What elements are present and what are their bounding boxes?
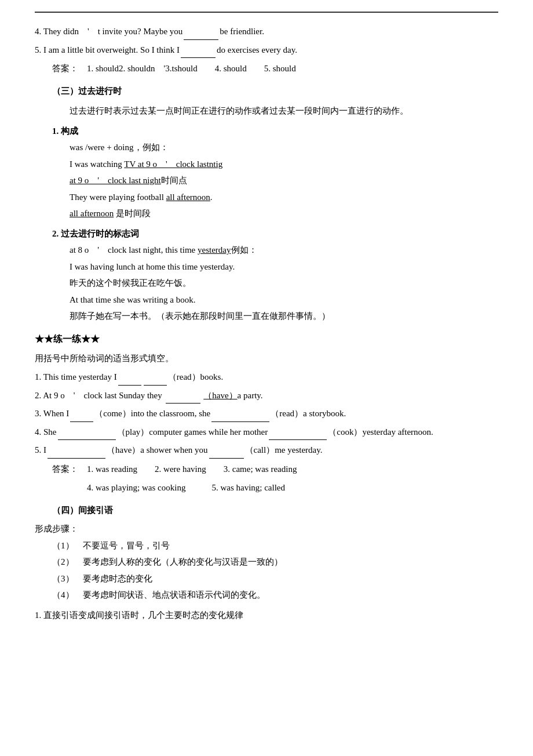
ex4-cn-wrap: 那阵子她在写一本书。（表示她在那段时间里一直在做那件事情。） (35, 308, 498, 325)
section4-sub: 形成步骤： (35, 524, 78, 533)
pq2-text: 2. At 9 o ' clock last Sunday they （have… (35, 391, 263, 400)
ex3-cn-wrap: 昨天的这个时候我正在吃午饭。 (35, 275, 498, 292)
q4-text: 4. They didn ' t invite you? Maybe yoube… (35, 27, 264, 36)
subsection2-label: 2. 过去进行时的标志词 (52, 229, 139, 238)
question-4: 4. They didn ' t invite you? Maybe yoube… (35, 23, 498, 40)
step1-text: （1） 不要逗号，冒号，引号 (52, 541, 170, 550)
section3-title-wrap: （三）过去进行时 (35, 83, 498, 100)
step3-text: （3） 要考虑时态的变化 (52, 574, 152, 583)
ex4-text: At that time she was writing a book. (70, 295, 195, 304)
section4-step2: （2） 要考虑到人称的变化（人称的变化与汉语是一致的） (35, 554, 498, 570)
section3-desc-text: 过去进行时表示过去某一点时间正在进行的动作或者过去某一段时间内一直进行的动作。 (70, 106, 408, 115)
ex4-wrap: At that time she was writing a book. (35, 292, 498, 308)
practice-q2: 2. At 9 o ' clock last Sunday they （have… (35, 387, 498, 404)
marker-words-text: at 8 o ' clock last night, this time yes… (70, 245, 257, 255)
practice-instruction: 用括号中所给动词的适当形式填空。 (35, 350, 498, 367)
main-content: 4. They didn ' t invite you? Maybe yoube… (35, 23, 498, 623)
step2-text: （2） 要考虑到人称的变化（人称的变化与汉语是一致的） (52, 557, 283, 566)
example2-note-underline: all afternoon (70, 209, 114, 218)
example2-text: They were playing football all afternoon… (70, 192, 213, 202)
practice-q1: 1. This time yesterday I（read）books. (35, 369, 498, 386)
example2-wrap: They were playing football all afternoon… (35, 189, 498, 206)
ex3-cn-text: 昨天的这个时候我正在吃午饭。 (70, 278, 191, 288)
section4-rule: 1. 直接引语变成间接引语时，几个主要时态的变化规律 (35, 610, 243, 620)
ex4-cn-text: 那阵子她在写一本书。（表示她在那段时间里一直在做那件事情。） (70, 311, 330, 321)
ex3-wrap: I was having lunch at home this time yes… (35, 259, 498, 275)
example1-text: I was watching TV at 9 o ' clock lastnti… (70, 159, 222, 169)
example2-note-wrap: all afternoon 是时间段 (35, 205, 498, 222)
example1-cont-text: at 9 o ' clock last night (70, 176, 161, 185)
section3-desc: 过去进行时表示过去某一点时间正在进行的动作或者过去某一段时间内一直进行的动作。 (35, 103, 498, 119)
section4-sub-wrap: 形成步骤： (35, 521, 498, 537)
answer-block-2-line1: 答案： 1. was reading 2. were having 3. cam… (35, 461, 498, 478)
pq5-text: 5. I（have）a shower when you（call）me yest… (35, 445, 323, 455)
practice-q4: 4. She（play）computer games while her mot… (35, 424, 498, 441)
answer-block-2-line2: 4. was playing; was cooking 5. was havin… (35, 479, 498, 496)
section4-rule-wrap: 1. 直接引语变成间接引语时，几个主要时态的变化规律 (35, 607, 498, 624)
marker-words-wrap: at 8 o ' clock last night, this time yes… (35, 242, 498, 259)
subsection2-wrap: 2. 过去进行时的标志词 (35, 226, 498, 242)
q5-blank (181, 57, 216, 58)
pq1-text: 1. This time yesterday I（read）books. (35, 372, 223, 381)
section4-title: （四）间接引语 (52, 506, 113, 515)
pq4-text: 4. She（play）computer games while her mot… (35, 427, 433, 437)
example1-cont-wrap: at 9 o ' clock last night时间点 (35, 172, 498, 189)
formula-text: was /were + doing，例如： (70, 143, 169, 152)
answer-2-line1: 答案： 1. was reading 2. were having 3. cam… (52, 464, 297, 474)
practice-q5: 5. I（have）a shower when you（call）me yest… (35, 442, 498, 459)
section4-step1: （1） 不要逗号，冒号，引号 (35, 537, 498, 554)
question-5: 5. I am a little bit overweight. So I th… (35, 42, 498, 59)
answer-1-text: 答案： 1. should2. shouldn '3.tshould 4. sh… (52, 64, 296, 73)
formula-wrap: was /were + doing，例如： (35, 139, 498, 156)
q5-text: 5. I am a little bit overweight. So I th… (35, 45, 297, 54)
subsection1-label: 1. 构成 (52, 126, 78, 136)
practice-q3: 3. When I（come）into the classroom, she（r… (35, 405, 498, 422)
pq3-text: 3. When I（come）into the classroom, she（r… (35, 409, 346, 418)
step4-text: （4） 要考虑时间状语、地点状语和语示代词的变化。 (52, 590, 265, 599)
practice-title: ★★练一练★★ (35, 330, 498, 348)
top-border (35, 12, 498, 13)
ex3-text: I was having lunch at home this time yes… (70, 262, 235, 271)
section3-title: （三）过去进行时 (52, 86, 122, 96)
example1-cont-note: 时间点 (161, 176, 187, 185)
example1-wrap: I was watching TV at 9 o ' clock lastnti… (35, 156, 498, 173)
answer-2-line2: 4. was playing; was cooking 5. was havin… (70, 483, 285, 492)
q4-blank (184, 39, 218, 40)
subsection1-wrap: 1. 构成 (35, 123, 498, 140)
section4-step3: （3） 要考虑时态的变化 (35, 570, 498, 587)
example2-note-text: 是时间段 (114, 209, 151, 218)
section4-title-wrap: （四）间接引语 (35, 502, 498, 519)
answer-block-1: 答案： 1. should2. shouldn '3.tshould 4. sh… (35, 60, 498, 77)
section4-step4: （4） 要考虑时间状语、地点状语和语示代词的变化。 (35, 587, 498, 604)
